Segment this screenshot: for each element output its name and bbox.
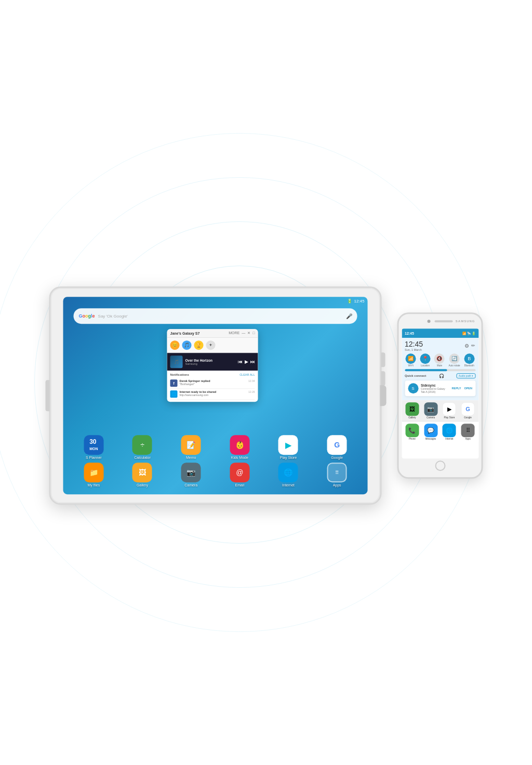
- phone-toggle-bluetooth[interactable]: B Bluetooth: [464, 353, 474, 367]
- mute-toggle-label: Mute: [437, 364, 442, 367]
- phone-toggle-rotation[interactable]: 🔄 Auto rotate: [449, 353, 460, 367]
- s-planner-icon: 30MON: [84, 435, 103, 455]
- notif-item-1[interactable]: f Derek Springer replied "Bonhangari" 12…: [170, 378, 255, 389]
- tablet-apps-row-1: 30MON S Planner ÷ Calculator 📝: [70, 435, 362, 459]
- tablet-statusbar: 🔋 12:45: [347, 297, 367, 305]
- sidesync-icon: S: [408, 383, 418, 393]
- phone-app-phone[interactable]: 📞 Phone: [404, 424, 421, 440]
- app-google[interactable]: G Google: [323, 435, 351, 459]
- phone-toggle-mute[interactable]: 🔇 Mute: [434, 353, 445, 367]
- phone-signal-icon: 📶: [462, 332, 466, 335]
- app-kids-mode[interactable]: 👶 Kids Mode: [225, 435, 254, 459]
- prev-icon[interactable]: ⏮: [238, 359, 243, 364]
- phone-wifi-icon: 📡: [467, 332, 471, 335]
- phone-play-store-label: Play Store: [444, 416, 455, 419]
- location-toggle-icon: 📍: [420, 353, 430, 364]
- phone-toggle-location[interactable]: 📍 Location: [420, 353, 430, 367]
- app-memo[interactable]: 📝 Memo: [177, 435, 205, 459]
- app-gallery[interactable]: 🖼 Gallery: [128, 463, 156, 487]
- popup-add-icon[interactable]: +: [206, 340, 216, 350]
- phone-date: Sun, 1 March: [405, 348, 423, 351]
- phone-toggle-wifi[interactable]: 📶 Wi-Fi: [406, 353, 416, 367]
- popup-icons-row: 😊 🎵 🏆 +: [167, 338, 258, 353]
- phone-apps-grid: 🖼 Gallery 📷 Camera ▶ Play Store G Google: [402, 400, 478, 421]
- phone-brightness-bar[interactable]: [405, 369, 475, 371]
- phone-brightness-fill: [405, 369, 447, 371]
- play-store-icon: ▶: [278, 435, 298, 455]
- tablet-home-btn[interactable]: [380, 385, 387, 406]
- phone-home-btn[interactable]: [435, 460, 445, 471]
- phone-toggles: 📶 Wi-Fi 📍 Location 🔇 Mute 🔄 Auto rotate: [405, 353, 475, 367]
- popup-music-player: 🎵 Over the Horizon Samsung ⏮ ▶ ⏭: [167, 353, 258, 371]
- email-label: Email: [235, 483, 245, 487]
- phone-dock: 📞 Phone 💬 Messages 🌐 Internet ⠿ Apps: [402, 421, 478, 442]
- phone-screen: 12:45 📶 📡 🔋 12:45 Sun, 1 March ⚙ ✏: [402, 328, 478, 458]
- phone-edit-icon[interactable]: ✏: [471, 343, 475, 348]
- app-play-store[interactable]: ▶ Play Store: [274, 435, 302, 459]
- popup-more-label[interactable]: MORE: [229, 331, 240, 335]
- google-icon: G: [327, 435, 347, 455]
- phone-top-bar: SAMSUNG: [399, 314, 482, 328]
- phone-settings-icon[interactable]: ⚙: [464, 343, 469, 349]
- wifi-toggle-label: Wi-Fi: [408, 364, 414, 367]
- notif-2-content: Internet ready to be shared http://www.s…: [180, 390, 246, 398]
- music-artist: Samsung: [185, 362, 235, 365]
- sidesync-subtitle: Connected to Galaxy Tab A (2016): [421, 387, 449, 393]
- notification-popup[interactable]: Jane's Galaxy S7 MORE — ✕ □ 😊 🎵 🏆 + 🎵: [167, 329, 258, 402]
- phone-panel-actions: ⚙ ✏: [464, 343, 475, 349]
- app-apps[interactable]: ⠿ Apps: [323, 463, 351, 487]
- popup-shortcut-icon-1[interactable]: 😊: [170, 340, 180, 350]
- tablet-vol-down-btn[interactable]: [381, 371, 385, 386]
- popup-minimize-icon[interactable]: —: [242, 331, 245, 335]
- tablet-apps-grid: 30MON S Planner ÷ Calculator 📝: [70, 435, 362, 490]
- app-internet[interactable]: 🌐 Internet: [274, 463, 302, 487]
- kids-mode-icon: 👶: [230, 435, 249, 455]
- audio-path-btn[interactable]: Audio path ▾: [457, 373, 475, 378]
- popup-close-icon[interactable]: ✕: [247, 331, 250, 335]
- sidesync-info: Sidesync Connected to Galaxy Tab A (2016…: [421, 384, 449, 393]
- popup-shortcut-icon-2[interactable]: 🎵: [182, 340, 192, 350]
- mic-icon[interactable]: 🎤: [346, 313, 352, 319]
- phone-app-google[interactable]: G Google: [459, 402, 476, 419]
- notif-item-2[interactable]: 🌐 Internet ready to be shared http://www…: [170, 389, 255, 400]
- app-camera[interactable]: 📷 Camera: [177, 463, 205, 487]
- phone-app-messages[interactable]: 💬 Messages: [422, 424, 440, 440]
- app-calculator[interactable]: ÷ Calculator: [128, 435, 156, 459]
- sidesync-reply-btn[interactable]: REPLY: [452, 387, 461, 390]
- notifications-section: Notifications CLEAR ALL f Derek Springer…: [167, 371, 258, 402]
- next-icon[interactable]: ⏭: [250, 359, 255, 364]
- tablet-vol-up-btn[interactable]: [381, 352, 385, 367]
- phone-time-section: 12:45 Sun, 1 March: [405, 340, 423, 351]
- phone-gallery-label: Gallery: [408, 416, 416, 419]
- phone-app-play-store[interactable]: ▶ Play Store: [441, 402, 458, 419]
- phone-apps-icon: ⠿: [461, 424, 475, 437]
- app-s-planner[interactable]: 30MON S Planner: [79, 435, 108, 459]
- notifications-header: Notifications CLEAR ALL: [170, 373, 255, 376]
- notif-1-content: Derek Springer replied "Bonhangari": [180, 379, 246, 387]
- clear-all-btn[interactable]: CLEAR ALL: [240, 373, 255, 376]
- play-icon[interactable]: ▶: [245, 359, 248, 364]
- my-files-icon: 📁: [84, 463, 103, 482]
- s-planner-label: S Planner: [86, 456, 102, 459]
- popup-shortcut-icon-3[interactable]: 🏆: [194, 340, 204, 350]
- phone-app-apps[interactable]: ⠿ Apps: [459, 424, 476, 440]
- gallery-label: Gallery: [137, 483, 148, 487]
- phone-app-camera[interactable]: 📷 Camera: [422, 402, 440, 419]
- popup-expand-icon[interactable]: □: [252, 331, 255, 335]
- tablet-searchbar[interactable]: Google Say 'Ok Google' 🎤: [74, 308, 357, 324]
- phone-apps-label: Apps: [465, 438, 470, 440]
- phone-app-internet[interactable]: 🌐 Internet: [441, 424, 458, 440]
- phone-quick-connect: Quick connect 🎧 Audio path ▾: [405, 373, 475, 378]
- phone-statusbar-icons: 📶 📡 🔋: [462, 332, 475, 335]
- phone-sidesync-card[interactable]: S Sidesync Connected to Galaxy Tab A (20…: [405, 380, 475, 396]
- app-my-files[interactable]: 📁 My files: [79, 463, 108, 487]
- my-files-label: My files: [87, 483, 100, 487]
- sidesync-open-btn[interactable]: OPEN: [464, 387, 472, 390]
- sidesync-title: Sidesync: [421, 384, 449, 387]
- quick-connect-label: Quick connect: [405, 374, 426, 377]
- bluetooth-toggle-label: Bluetooth: [464, 364, 474, 367]
- music-controls[interactable]: ⏮ ▶ ⏭: [238, 359, 255, 364]
- phone-app-gallery[interactable]: 🖼 Gallery: [404, 402, 421, 419]
- searchbar-placeholder: Say 'Ok Google': [98, 314, 343, 319]
- app-email[interactable]: @ Email: [225, 463, 254, 487]
